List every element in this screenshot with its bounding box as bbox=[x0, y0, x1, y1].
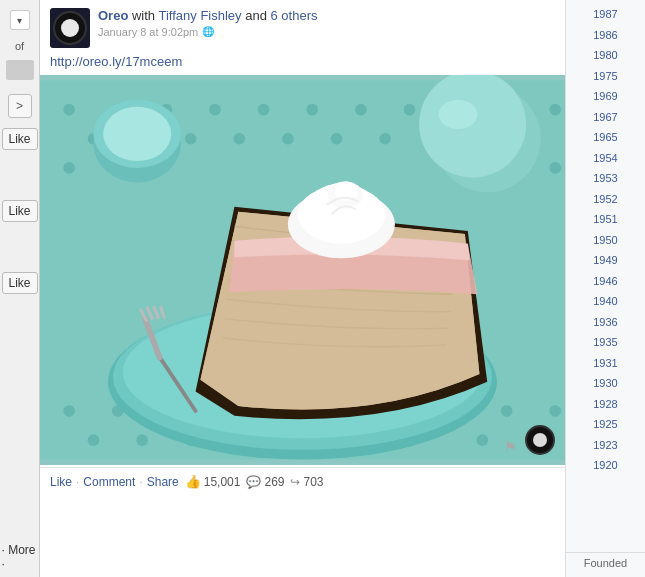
comment-action[interactable]: Comment bbox=[83, 475, 135, 489]
svg-point-5 bbox=[258, 104, 270, 116]
globe-icon: 🌐 bbox=[202, 26, 214, 37]
year-item-1949[interactable]: 1949 bbox=[566, 250, 645, 271]
svg-point-16 bbox=[282, 133, 294, 145]
svg-point-17 bbox=[331, 133, 343, 145]
like-label-3: Like bbox=[8, 276, 30, 290]
share-arrow-icon: ↪ bbox=[290, 475, 300, 489]
year-item-1967[interactable]: 1967 bbox=[566, 107, 645, 128]
share-count: 703 bbox=[303, 475, 323, 489]
and-text: and bbox=[245, 8, 270, 23]
main-content: Oreo with Tiffany Fishley and 6 others J… bbox=[40, 0, 565, 577]
like-label-1: Like bbox=[8, 132, 30, 146]
svg-point-36 bbox=[477, 434, 489, 446]
year-item-1987[interactable]: 1987 bbox=[566, 4, 645, 25]
share-action[interactable]: Share bbox=[147, 475, 179, 489]
svg-point-34 bbox=[136, 434, 148, 446]
year-item-1980[interactable]: 1980 bbox=[566, 45, 645, 66]
year-item-1946[interactable]: 1946 bbox=[566, 271, 645, 292]
timestamp-text: January 8 at 9:02pm bbox=[98, 26, 198, 38]
svg-point-14 bbox=[185, 133, 197, 145]
comment-stat: 💬 269 bbox=[246, 475, 284, 489]
svg-point-42 bbox=[419, 75, 526, 178]
like-button-3[interactable]: Like bbox=[2, 272, 38, 294]
sep-2: · bbox=[139, 475, 142, 489]
comment-count: 269 bbox=[264, 475, 284, 489]
chevron-down-button[interactable]: ▾ bbox=[10, 10, 30, 30]
svg-point-43 bbox=[439, 100, 478, 129]
svg-point-11 bbox=[549, 104, 561, 116]
year-item-1975[interactable]: 1975 bbox=[566, 66, 645, 87]
post-timestamp: January 8 at 9:02pm 🌐 bbox=[98, 26, 317, 38]
year-item-1931[interactable]: 1931 bbox=[566, 353, 645, 374]
right-sidebar: 1987198619801975196919671965195419531952… bbox=[565, 0, 645, 577]
share-stat: ↪ 703 bbox=[290, 475, 323, 489]
year-item-1925[interactable]: 1925 bbox=[566, 414, 645, 435]
svg-point-25 bbox=[549, 162, 561, 174]
post-meta: Oreo with Tiffany Fishley and 6 others J… bbox=[98, 8, 317, 38]
pie-image bbox=[40, 75, 565, 465]
oreo-watermark-inner bbox=[533, 433, 547, 447]
svg-point-18 bbox=[379, 133, 391, 145]
year-item-1950[interactable]: 1950 bbox=[566, 230, 645, 251]
more-button[interactable]: · More · bbox=[2, 547, 38, 567]
year-item-1935[interactable]: 1935 bbox=[566, 332, 645, 353]
more-label: · More · bbox=[2, 543, 38, 571]
svg-point-33 bbox=[88, 434, 100, 446]
left-sidebar: ▾ of > Like Like Like · More · bbox=[0, 0, 40, 577]
thumbs-up-icon: 👍 bbox=[185, 474, 201, 489]
svg-point-1 bbox=[63, 104, 75, 116]
year-item-1930[interactable]: 1930 bbox=[566, 373, 645, 394]
comment-bubble-icon: 💬 bbox=[246, 475, 261, 489]
with-text: with bbox=[132, 8, 159, 23]
svg-point-6 bbox=[306, 104, 318, 116]
chevron-right-button[interactable]: > bbox=[8, 94, 32, 118]
brand-avatar[interactable] bbox=[50, 8, 90, 48]
oreo-avatar-icon bbox=[53, 11, 87, 45]
svg-point-15 bbox=[233, 133, 245, 145]
person-link[interactable]: Tiffany Fishley bbox=[158, 8, 241, 23]
year-item-1940[interactable]: 1940 bbox=[566, 291, 645, 312]
year-item-1953[interactable]: 1953 bbox=[566, 168, 645, 189]
year-item-1969[interactable]: 1969 bbox=[566, 86, 645, 107]
of-label: of bbox=[15, 40, 24, 52]
brand-name-link[interactable]: Oreo bbox=[98, 8, 128, 23]
svg-point-8 bbox=[404, 104, 416, 116]
year-item-1986[interactable]: 1986 bbox=[566, 25, 645, 46]
svg-point-7 bbox=[355, 104, 367, 116]
founded-label: Founded bbox=[566, 552, 645, 573]
others-link[interactable]: 6 others bbox=[271, 8, 318, 23]
svg-point-4 bbox=[209, 104, 221, 116]
like-action[interactable]: Like bbox=[50, 475, 72, 489]
chevron-right-icon: > bbox=[16, 99, 23, 113]
svg-point-40 bbox=[103, 107, 171, 161]
svg-point-32 bbox=[549, 405, 561, 417]
like-label-2: Like bbox=[8, 204, 30, 218]
oreo-inner bbox=[61, 19, 79, 37]
svg-point-22 bbox=[63, 162, 75, 174]
post-link-section: http://oreo.ly/17mceem bbox=[40, 52, 565, 75]
post-header: Oreo with Tiffany Fishley and 6 others J… bbox=[40, 0, 565, 52]
year-item-1954[interactable]: 1954 bbox=[566, 148, 645, 169]
year-item-1936[interactable]: 1936 bbox=[566, 312, 645, 333]
year-item-1923[interactable]: 1923 bbox=[566, 435, 645, 456]
like-button-1[interactable]: Like bbox=[2, 128, 38, 150]
like-count: 15,001 bbox=[204, 475, 241, 489]
like-stat: 👍 15,001 bbox=[185, 474, 241, 489]
post-title: Oreo with Tiffany Fishley and 6 others bbox=[98, 8, 317, 25]
scroll-indicator bbox=[6, 60, 34, 80]
svg-point-31 bbox=[501, 405, 513, 417]
year-item-1928[interactable]: 1928 bbox=[566, 394, 645, 415]
like-button-2[interactable]: Like bbox=[2, 200, 38, 222]
year-item-1920[interactable]: 1920 bbox=[566, 455, 645, 476]
post-image-container: ⚑ bbox=[40, 75, 565, 465]
post-footer: Like · Comment · Share 👍 15,001 💬 269 ↪ … bbox=[40, 467, 565, 495]
year-item-1965[interactable]: 1965 bbox=[566, 127, 645, 148]
year-item-1952[interactable]: 1952 bbox=[566, 189, 645, 210]
oreo-watermark bbox=[525, 425, 555, 455]
chevron-down-icon: ▾ bbox=[17, 15, 22, 26]
post-url-link[interactable]: http://oreo.ly/17mceem bbox=[50, 54, 182, 69]
svg-point-26 bbox=[63, 405, 75, 417]
flag-icon: ⚑ bbox=[504, 439, 517, 455]
sep-1: · bbox=[76, 475, 79, 489]
year-item-1951[interactable]: 1951 bbox=[566, 209, 645, 230]
